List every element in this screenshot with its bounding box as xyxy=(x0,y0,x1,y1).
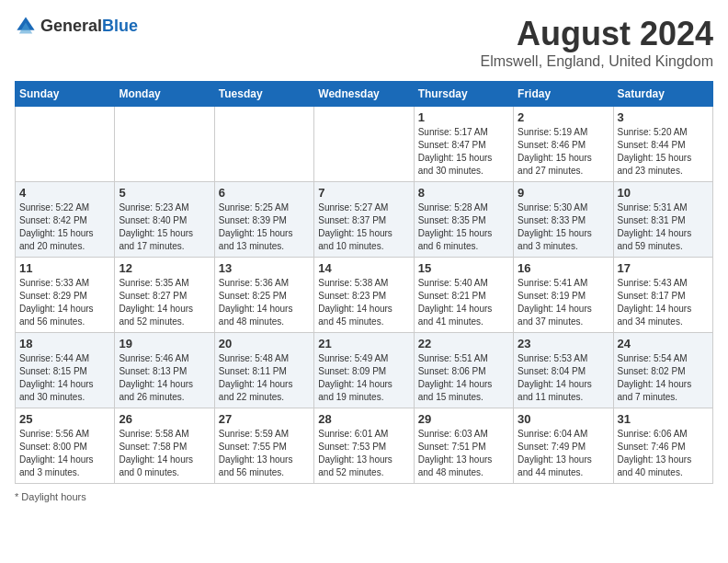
day-header-wednesday: Wednesday xyxy=(314,82,414,107)
calendar-cell: 16Sunrise: 5:41 AM Sunset: 8:19 PM Dayli… xyxy=(514,258,613,333)
day-number: 31 xyxy=(618,412,709,426)
day-number: 20 xyxy=(219,337,310,350)
calendar-week-row: 4Sunrise: 5:22 AM Sunset: 8:42 PM Daylig… xyxy=(16,182,713,258)
day-number: 11 xyxy=(19,261,110,275)
day-info: Sunrise: 5:36 AM Sunset: 8:25 PM Dayligh… xyxy=(219,277,310,328)
calendar-cell: 14Sunrise: 5:38 AM Sunset: 8:23 PM Dayli… xyxy=(314,258,414,333)
day-header-friday: Friday xyxy=(514,82,613,107)
day-number: 12 xyxy=(119,261,210,275)
day-info: Sunrise: 5:49 AM Sunset: 8:09 PM Dayligh… xyxy=(318,352,409,404)
header: GeneralBlue August 2024 Elmswell, Englan… xyxy=(15,15,713,70)
calendar-cell: 13Sunrise: 5:36 AM Sunset: 8:25 PM Dayli… xyxy=(214,258,313,333)
day-number: 7 xyxy=(318,186,409,200)
logo-icon xyxy=(15,15,37,37)
calendar-cell: 18Sunrise: 5:44 AM Sunset: 8:15 PM Dayli… xyxy=(16,333,115,408)
day-info: Sunrise: 5:58 AM Sunset: 7:58 PM Dayligh… xyxy=(119,428,210,479)
day-number: 15 xyxy=(418,261,509,275)
day-number: 30 xyxy=(518,412,609,426)
calendar-cell: 22Sunrise: 5:51 AM Sunset: 8:06 PM Dayli… xyxy=(414,333,513,408)
day-info: Sunrise: 5:53 AM Sunset: 8:04 PM Dayligh… xyxy=(518,352,609,404)
day-info: Sunrise: 5:35 AM Sunset: 8:27 PM Dayligh… xyxy=(119,277,210,328)
day-info: Sunrise: 5:51 AM Sunset: 8:06 PM Dayligh… xyxy=(418,352,509,404)
day-number: 14 xyxy=(318,261,409,275)
day-info: Sunrise: 5:43 AM Sunset: 8:17 PM Dayligh… xyxy=(618,277,709,328)
day-info: Sunrise: 5:46 AM Sunset: 8:13 PM Dayligh… xyxy=(119,352,210,404)
day-info: Sunrise: 5:59 AM Sunset: 7:55 PM Dayligh… xyxy=(219,428,310,479)
day-number: 18 xyxy=(19,337,110,350)
calendar-cell xyxy=(214,107,313,182)
day-info: Sunrise: 5:22 AM Sunset: 8:42 PM Dayligh… xyxy=(19,201,110,253)
calendar-cell: 3Sunrise: 5:20 AM Sunset: 8:44 PM Daylig… xyxy=(613,107,712,182)
day-number: 6 xyxy=(219,186,310,200)
day-number: 27 xyxy=(219,412,310,426)
day-info: Sunrise: 5:33 AM Sunset: 8:29 PM Dayligh… xyxy=(19,277,110,328)
day-number: 25 xyxy=(19,412,110,426)
calendar-cell: 30Sunrise: 6:04 AM Sunset: 7:49 PM Dayli… xyxy=(514,408,613,484)
calendar-week-row: 1Sunrise: 5:17 AM Sunset: 8:47 PM Daylig… xyxy=(16,107,713,182)
calendar-cell: 28Sunrise: 6:01 AM Sunset: 7:53 PM Dayli… xyxy=(314,408,414,484)
day-header-sunday: Sunday xyxy=(16,82,115,107)
day-number: 21 xyxy=(318,337,409,350)
calendar-cell: 29Sunrise: 6:03 AM Sunset: 7:51 PM Dayli… xyxy=(414,408,513,484)
day-number: 28 xyxy=(318,412,409,426)
day-number: 22 xyxy=(418,337,509,350)
day-number: 17 xyxy=(618,261,709,275)
day-number: 1 xyxy=(418,110,509,124)
footer-note: * Daylight hours xyxy=(15,491,713,502)
day-info: Sunrise: 5:20 AM Sunset: 8:44 PM Dayligh… xyxy=(618,126,709,178)
day-header-saturday: Saturday xyxy=(613,82,712,107)
calendar-cell: 26Sunrise: 5:58 AM Sunset: 7:58 PM Dayli… xyxy=(115,408,214,484)
calendar-cell: 11Sunrise: 5:33 AM Sunset: 8:29 PM Dayli… xyxy=(16,258,115,333)
day-info: Sunrise: 5:27 AM Sunset: 8:37 PM Dayligh… xyxy=(318,201,409,253)
calendar-header-row: SundayMondayTuesdayWednesdayThursdayFrid… xyxy=(16,82,713,107)
footer-note-text: Daylight hours xyxy=(21,491,85,502)
calendar-cell: 15Sunrise: 5:40 AM Sunset: 8:21 PM Dayli… xyxy=(414,258,513,333)
calendar-week-row: 11Sunrise: 5:33 AM Sunset: 8:29 PM Dayli… xyxy=(16,258,713,333)
day-number: 5 xyxy=(119,186,210,200)
day-number: 8 xyxy=(418,186,509,200)
day-header-tuesday: Tuesday xyxy=(214,82,313,107)
calendar-cell: 2Sunrise: 5:19 AM Sunset: 8:46 PM Daylig… xyxy=(514,107,613,182)
main-title: August 2024 xyxy=(481,15,713,53)
calendar-cell: 5Sunrise: 5:23 AM Sunset: 8:40 PM Daylig… xyxy=(115,182,214,258)
logo: GeneralBlue xyxy=(15,15,138,37)
calendar-cell: 17Sunrise: 5:43 AM Sunset: 8:17 PM Dayli… xyxy=(613,258,712,333)
day-number: 13 xyxy=(219,261,310,275)
day-info: Sunrise: 5:19 AM Sunset: 8:46 PM Dayligh… xyxy=(518,126,609,178)
day-info: Sunrise: 5:38 AM Sunset: 8:23 PM Dayligh… xyxy=(318,277,409,328)
calendar-cell: 24Sunrise: 5:54 AM Sunset: 8:02 PM Dayli… xyxy=(613,333,712,408)
day-info: Sunrise: 6:03 AM Sunset: 7:51 PM Dayligh… xyxy=(418,428,509,479)
day-info: Sunrise: 5:44 AM Sunset: 8:15 PM Dayligh… xyxy=(19,352,110,404)
calendar-cell: 1Sunrise: 5:17 AM Sunset: 8:47 PM Daylig… xyxy=(414,107,513,182)
calendar-cell: 10Sunrise: 5:31 AM Sunset: 8:31 PM Dayli… xyxy=(613,182,712,258)
calendar-cell: 21Sunrise: 5:49 AM Sunset: 8:09 PM Dayli… xyxy=(314,333,414,408)
day-header-monday: Monday xyxy=(115,82,214,107)
day-number: 3 xyxy=(618,110,709,124)
day-number: 19 xyxy=(119,337,210,350)
day-info: Sunrise: 5:25 AM Sunset: 8:39 PM Dayligh… xyxy=(219,201,310,253)
day-header-thursday: Thursday xyxy=(414,82,513,107)
day-info: Sunrise: 6:01 AM Sunset: 7:53 PM Dayligh… xyxy=(318,428,409,479)
day-number: 26 xyxy=(119,412,210,426)
calendar-cell: 23Sunrise: 5:53 AM Sunset: 8:04 PM Dayli… xyxy=(514,333,613,408)
day-number: 4 xyxy=(19,186,110,200)
day-number: 24 xyxy=(618,337,709,350)
calendar-cell: 6Sunrise: 5:25 AM Sunset: 8:39 PM Daylig… xyxy=(214,182,313,258)
calendar-cell: 25Sunrise: 5:56 AM Sunset: 8:00 PM Dayli… xyxy=(16,408,115,484)
day-info: Sunrise: 5:56 AM Sunset: 8:00 PM Dayligh… xyxy=(19,428,110,479)
day-number: 10 xyxy=(618,186,709,200)
day-info: Sunrise: 5:17 AM Sunset: 8:47 PM Dayligh… xyxy=(418,126,509,178)
day-info: Sunrise: 5:40 AM Sunset: 8:21 PM Dayligh… xyxy=(418,277,509,328)
subtitle: Elmswell, England, United Kingdom xyxy=(481,53,713,70)
calendar-cell: 27Sunrise: 5:59 AM Sunset: 7:55 PM Dayli… xyxy=(214,408,313,484)
calendar-week-row: 25Sunrise: 5:56 AM Sunset: 8:00 PM Dayli… xyxy=(16,408,713,484)
day-info: Sunrise: 5:23 AM Sunset: 8:40 PM Dayligh… xyxy=(119,201,210,253)
day-info: Sunrise: 5:48 AM Sunset: 8:11 PM Dayligh… xyxy=(219,352,310,404)
calendar-cell: 12Sunrise: 5:35 AM Sunset: 8:27 PM Dayli… xyxy=(115,258,214,333)
day-number: 23 xyxy=(518,337,609,350)
calendar-cell xyxy=(16,107,115,182)
calendar-cell: 19Sunrise: 5:46 AM Sunset: 8:13 PM Dayli… xyxy=(115,333,214,408)
calendar-cell xyxy=(115,107,214,182)
calendar-cell: 20Sunrise: 5:48 AM Sunset: 8:11 PM Dayli… xyxy=(214,333,313,408)
day-number: 2 xyxy=(518,110,609,124)
